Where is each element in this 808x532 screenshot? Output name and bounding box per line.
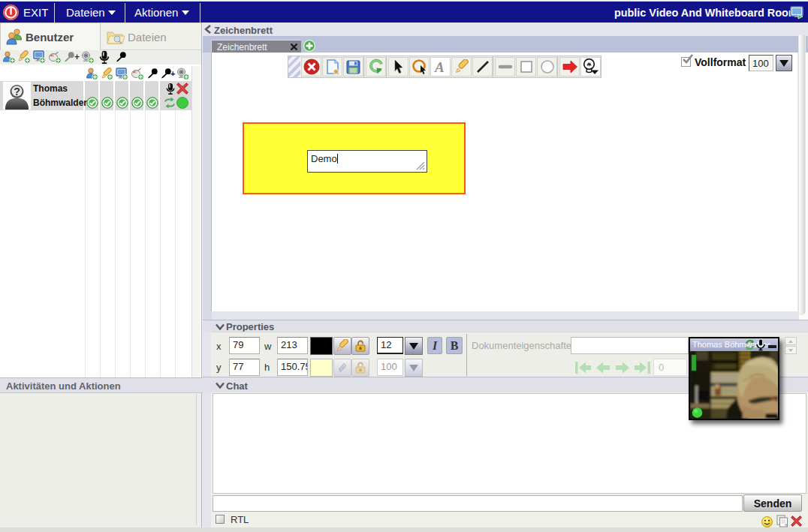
svg-text:A: A [434, 60, 445, 74]
svg-text:+: + [170, 69, 175, 78]
svg-text:?: ? [14, 86, 20, 98]
svg-text:+: + [74, 52, 80, 62]
